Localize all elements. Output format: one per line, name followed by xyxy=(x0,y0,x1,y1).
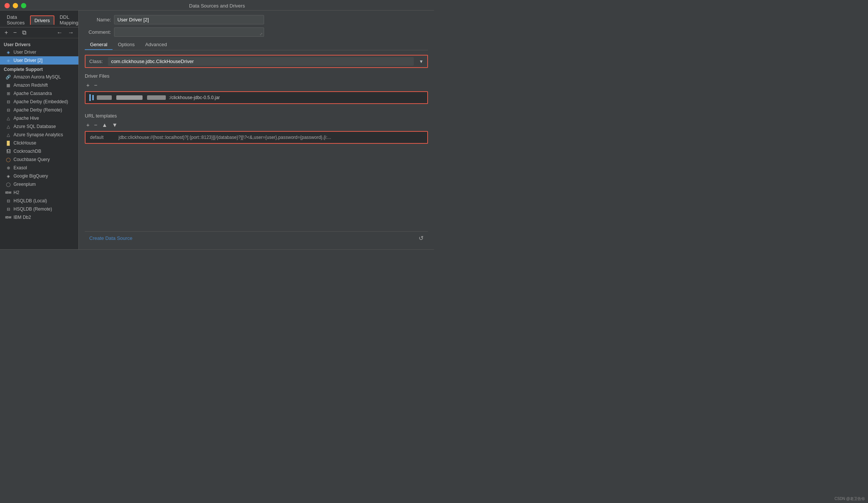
complete-support-section-header: Complete Support xyxy=(0,65,78,73)
url-down-button[interactable]: ▼ xyxy=(110,121,119,129)
add-file-button[interactable]: + xyxy=(85,81,91,89)
tree-item-apache-cassandra[interactable]: ⊞ Apache Cassandra xyxy=(0,89,78,98)
tree-item-amazon-redshift[interactable]: ▦ Amazon Redshift xyxy=(0,81,78,89)
tree-item-google-bigquery[interactable]: ◈ Google BigQuery xyxy=(0,172,78,180)
back-button[interactable]: ← xyxy=(55,29,64,36)
exasol-icon: ⊕ xyxy=(5,165,11,171)
tree-item-hsqldb-local[interactable]: ⊟ HSQLDB (Local) xyxy=(0,197,78,205)
tree-item-apache-hive[interactable]: △ Apache Hive xyxy=(0,114,78,122)
apache-hive-icon: △ xyxy=(5,115,11,121)
forward-button[interactable]: → xyxy=(66,29,75,36)
tab-drivers[interactable]: Drivers xyxy=(30,15,54,25)
driver-files-label: Driver Files xyxy=(85,73,428,79)
h2-icon: IBM xyxy=(5,190,11,196)
tree-item-exasol[interactable]: ⊕ Exasol xyxy=(0,164,78,172)
url-templates-section: URL templates + − ▲ ▼ default jdbc:click… xyxy=(85,113,428,144)
tree-item-ibm-db2[interactable]: IBM IBM Db2 xyxy=(0,213,78,221)
name-label: Name: xyxy=(85,17,111,23)
user-driver-2-icon: ◈ xyxy=(5,57,11,63)
tree-area: User Drivers ◈ User Driver ◈ User Driver… xyxy=(0,38,78,249)
azure-synapse-icon: △ xyxy=(5,132,11,138)
sub-tab-advanced[interactable]: Advanced xyxy=(140,40,172,50)
url-key: default xyxy=(90,135,113,140)
tree-item-cockroachdb[interactable]: ⛾ CockroachDB xyxy=(0,147,78,155)
remove-button[interactable]: − xyxy=(12,29,18,36)
comment-label: Comment: xyxy=(85,29,111,35)
comment-row: Comment: ⤢ xyxy=(85,27,428,37)
class-dropdown-arrow[interactable]: ▼ xyxy=(417,59,426,64)
file-part1 xyxy=(97,95,112,100)
create-data-source-link[interactable]: Create Data Source xyxy=(89,235,132,241)
minimize-button[interactable] xyxy=(13,3,18,8)
copy-button[interactable]: ⧉ xyxy=(21,29,28,36)
cockroachdb-icon: ⛾ xyxy=(5,148,11,154)
tree-item-azure-sql[interactable]: △ Azure SQL Database xyxy=(0,122,78,131)
class-row: Class: ▼ xyxy=(85,55,428,68)
remove-url-button[interactable]: − xyxy=(93,121,99,129)
azure-sql-icon: △ xyxy=(5,123,11,130)
sub-tabs: General Options Advanced xyxy=(85,40,428,50)
left-toolbar: + − ⧉ ← → xyxy=(0,27,78,38)
bottom-bar: Create Data Source ↺ xyxy=(85,231,428,245)
tree-item-user-driver[interactable]: ◈ User Driver xyxy=(0,48,78,56)
user-driver-icon: ◈ xyxy=(5,49,11,55)
name-input[interactable] xyxy=(114,15,264,24)
tree-item-amazon-aurora[interactable]: 🔗 Amazon Aurora MySQL xyxy=(0,73,78,81)
close-button[interactable] xyxy=(5,3,10,8)
ibm-db2-icon: IBM xyxy=(5,214,11,220)
remove-file-button[interactable]: − xyxy=(93,81,99,89)
window-title: Data Sources and Drivers xyxy=(189,3,245,9)
sub-tab-options[interactable]: Options xyxy=(113,40,140,50)
greenplum-icon: ◯ xyxy=(5,181,11,187)
url-toolbar: + − ▲ ▼ xyxy=(85,121,428,129)
google-bigquery-icon: ◈ xyxy=(5,173,11,179)
url-value: jdbc:clickhouse://{host::localhost}?[:{p… xyxy=(119,135,331,140)
tree-item-apache-derby-embedded[interactable]: ⊟ Apache Derby (Embedded) xyxy=(0,98,78,106)
driver-file-entry[interactable]: :/clickhouse-jdbc-0.5.0.jar xyxy=(85,91,428,104)
apache-derby-rem-icon: ⊟ xyxy=(5,107,11,113)
amazon-redshift-icon: ▦ xyxy=(5,82,11,88)
undo-button[interactable]: ↺ xyxy=(419,235,423,242)
maximize-button[interactable] xyxy=(21,3,26,8)
left-panel: Data Sources Drivers DDL Mappings + − ⧉ … xyxy=(0,11,79,249)
add-button[interactable]: + xyxy=(3,29,9,36)
url-templates-label: URL templates xyxy=(85,113,428,119)
hsqldb-local-icon: ⊟ xyxy=(5,198,11,204)
tab-ddl-mappings[interactable]: DDL Mappings xyxy=(56,13,79,27)
file-path: :/clickhouse-jdbc-0.5.0.jar xyxy=(169,95,220,100)
tree-item-clickhouse[interactable]: ▐▌ ClickHouse xyxy=(0,139,78,147)
file-part2 xyxy=(116,95,143,100)
apache-cassandra-icon: ⊞ xyxy=(5,90,11,96)
apache-derby-emb-icon: ⊟ xyxy=(5,99,11,105)
couchbase-icon: ◯ xyxy=(5,157,11,163)
url-entry[interactable]: default jdbc:clickhouse://{host::localho… xyxy=(85,131,428,144)
file-toolbar: + − xyxy=(85,81,428,89)
user-drivers-section-header: User Drivers xyxy=(0,40,78,48)
tree-item-hsqldb-remote[interactable]: ⊟ HSQLDB (Remote) xyxy=(0,205,78,213)
file-part3 xyxy=(147,95,166,100)
hsqldb-remote-icon: ⊟ xyxy=(5,206,11,212)
right-panel: Name: Comment: ⤢ General Options Advance… xyxy=(79,11,434,249)
tab-data-sources[interactable]: Data Sources xyxy=(3,13,29,27)
driver-files-section: Driver Files + − :/clickhouse-jdbc-0.5.0… xyxy=(85,73,428,105)
title-bar: Data Sources and Drivers xyxy=(0,0,434,11)
class-label: Class: xyxy=(87,59,105,64)
tree-item-h2[interactable]: IBM H2 xyxy=(0,188,78,197)
tree-item-azure-synapse[interactable]: △ Azure Synapse Analytics xyxy=(0,131,78,139)
tree-item-apache-derby-remote[interactable]: ⊟ Apache Derby (Remote) xyxy=(0,106,78,114)
clickhouse-icon: ▐▌ xyxy=(5,140,11,146)
action-bar: ? Cancel Apply OK xyxy=(0,249,434,252)
comment-input[interactable] xyxy=(114,27,264,37)
url-up-button[interactable]: ▲ xyxy=(101,121,109,129)
class-input[interactable] xyxy=(108,57,414,66)
sub-tab-general[interactable]: General xyxy=(85,40,113,50)
add-url-button[interactable]: + xyxy=(85,121,91,129)
tree-item-user-driver-2[interactable]: ◈ User Driver [2] xyxy=(0,56,78,65)
amazon-aurora-icon: 🔗 xyxy=(5,74,11,80)
tabs-bar: Data Sources Drivers DDL Mappings xyxy=(0,11,78,27)
tree-item-couchbase[interactable]: ◯ Couchbase Query xyxy=(0,155,78,164)
name-row: Name: xyxy=(85,15,428,24)
file-icon xyxy=(89,94,94,101)
tree-item-greenplum[interactable]: ◯ Greenplum xyxy=(0,180,78,188)
